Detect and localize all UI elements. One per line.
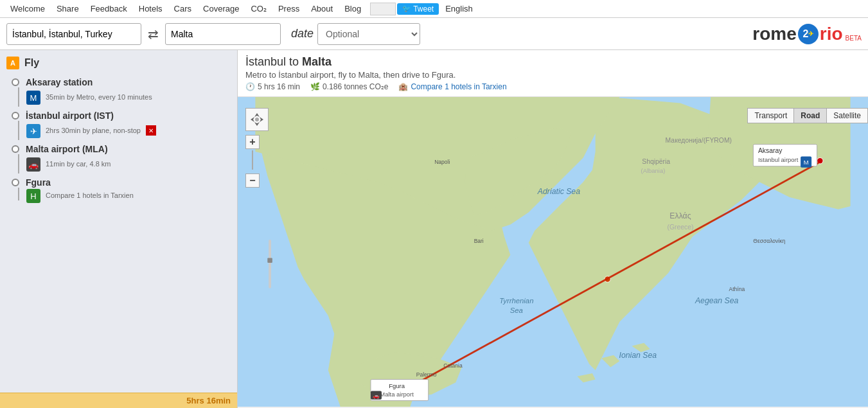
- svg-rect-37: [267, 258, 272, 263]
- origin-input[interactable]: [6, 23, 141, 45]
- route-sidebar: A Fly Aksaray station M 35min by Metro, …: [0, 50, 238, 408]
- map-background[interactable]: Aksaray Istanbul airport Fgura Malta air…: [238, 97, 868, 407]
- nav-feedback[interactable]: Feedback: [85, 1, 132, 16]
- logo-rome-text: rome: [752, 24, 796, 44]
- zoom-in-button[interactable]: +: [245, 135, 260, 149]
- svg-rect-36: [269, 240, 271, 288]
- istanbul-label: İstanbul airport (IST): [26, 111, 114, 121]
- svg-text:🚗: 🚗: [373, 393, 380, 400]
- svg-text:Aegean Sea: Aegean Sea: [695, 296, 739, 305]
- zoom-out-button[interactable]: −: [245, 173, 260, 188]
- svg-marker-1: [260, 117, 263, 122]
- map-title-dest: Malta: [302, 55, 332, 68]
- hotel-segment-text: Compare 1 hotels in Tarxien: [46, 191, 134, 199]
- map-title-origin: İstanbul: [245, 55, 286, 68]
- fly-header: A Fly: [6, 57, 231, 69]
- svg-text:(Albania): (Albania): [641, 167, 666, 174]
- map-header: İstanbul to Malta Metro to İstanbul airp…: [238, 50, 868, 97]
- road-type-button[interactable]: Road: [793, 109, 826, 123]
- svg-text:(Greece): (Greece): [668, 224, 694, 231]
- co2-stat: 🌿 0.186 tonnes CO₂e: [310, 82, 388, 91]
- car-icon: 🚗: [26, 157, 40, 172]
- nav-coverage[interactable]: Coverage: [198, 1, 244, 16]
- station-aksaray: Aksaray station: [12, 77, 93, 87]
- connector-line-1: [18, 87, 19, 107]
- search-bar: ⇄ date Optional rome 2 ✈ rio BETA: [0, 18, 868, 50]
- delete-segment-button[interactable]: ✕: [146, 125, 156, 136]
- svg-text:Istanbul airport: Istanbul airport: [758, 156, 799, 163]
- svg-point-4: [255, 118, 259, 121]
- hotel-icon: H: [26, 189, 40, 203]
- logo-rio-text: rio: [820, 24, 843, 44]
- satellite-type-button[interactable]: Satellite: [826, 109, 867, 123]
- svg-text:Shqipëria: Shqipëria: [642, 158, 670, 165]
- nav-search-box[interactable]: [370, 3, 396, 15]
- svg-text:Ελλάς: Ελλάς: [669, 211, 691, 220]
- map-stats: 🕐 5 hrs 16 min 🌿 0.186 tonnes CO₂e 🏨 Com…: [245, 82, 860, 91]
- directional-pad-icon: [249, 112, 265, 127]
- hotel-stat-icon: 🏨: [398, 82, 408, 91]
- date-select[interactable]: Optional: [317, 23, 420, 45]
- date-label: date: [291, 27, 314, 40]
- metro-segment: M 35min by Metro, every 10 minutes: [21, 87, 152, 107]
- main-content: A Fly Aksaray station M 35min by Metro, …: [0, 50, 868, 408]
- map-svg: Aksaray Istanbul airport Fgura Malta air…: [238, 97, 868, 407]
- nav-press[interactable]: Press: [273, 1, 305, 16]
- svg-text:Malta airport: Malta airport: [380, 391, 414, 398]
- connector-line-4: [18, 188, 19, 200]
- swap-button[interactable]: ⇄: [145, 26, 161, 42]
- station-fgura: Fgura: [12, 177, 51, 188]
- svg-text:Fgura: Fgura: [389, 382, 405, 389]
- hotel-segment: H Compare 1 hotels in Tarxien: [21, 188, 134, 203]
- car-segment-text: 11min by car, 4.8 km: [46, 160, 111, 168]
- svg-text:M: M: [804, 159, 809, 166]
- nav-welcome[interactable]: Welcome: [5, 1, 50, 16]
- nav-blog[interactable]: Blog: [339, 1, 366, 16]
- svg-text:Napoli: Napoli: [434, 159, 450, 165]
- map-title-to: to: [289, 55, 302, 68]
- hotel-link[interactable]: Compare 1 hotels in Tarxien: [411, 82, 506, 91]
- station-malta-airport: Malta airport (MLA): [12, 144, 108, 154]
- top-navigation: Welcome Share Feedback Hotels Cars Cover…: [0, 0, 868, 18]
- fly-icon: A: [6, 57, 19, 69]
- fgura-dot: [12, 179, 19, 186]
- nav-about[interactable]: About: [306, 1, 338, 16]
- duration-stat: 🕐 5 hrs 16 min: [245, 82, 300, 91]
- svg-text:Aksaray: Aksaray: [758, 147, 783, 154]
- clock-icon: 🕐: [245, 82, 255, 91]
- tweet-button[interactable]: Tweet: [397, 3, 439, 15]
- svg-text:Palermo: Palermo: [416, 371, 437, 378]
- connector-line-3: [18, 154, 19, 173]
- co2-value: 0.186 tonnes CO₂e: [323, 82, 388, 91]
- fgura-label: Fgura: [26, 177, 51, 188]
- aksaray-label: Aksaray station: [26, 77, 93, 87]
- svg-text:Sea: Sea: [510, 306, 523, 314]
- nav-hotels[interactable]: Hotels: [134, 1, 168, 16]
- transport-type-button[interactable]: Transport: [748, 109, 793, 123]
- nav-share[interactable]: Share: [51, 1, 84, 16]
- plane-segment: ✈ 2hrs 30min by plane, non-stop ✕: [21, 121, 156, 140]
- zoom-slider[interactable]: [252, 150, 253, 170]
- nav-cars[interactable]: Cars: [169, 1, 197, 16]
- svg-text:Θεσσαλονίκη: Θεσσαλονίκη: [753, 238, 785, 244]
- duration-value: 5 hrs 16 min: [258, 82, 300, 91]
- svg-marker-2: [254, 122, 260, 126]
- connector-line-2: [18, 121, 19, 140]
- nav-language[interactable]: English: [440, 1, 478, 16]
- svg-text:Athína: Athína: [729, 286, 745, 292]
- svg-marker-0: [254, 113, 260, 117]
- total-time-bar: 5hrs 16min: [0, 393, 237, 408]
- plane-segment-text: 2hrs 30min by plane, non-stop: [46, 127, 141, 134]
- metro-icon: M: [26, 91, 40, 105]
- map-subtitle: Metro to İstanbul airport, fly to Malta,…: [245, 70, 860, 80]
- site-logo[interactable]: rome 2 ✈ rio BETA: [752, 24, 862, 44]
- map-navigate-control[interactable]: [245, 108, 269, 131]
- route-visual: Aksaray station M 35min by Metro, every …: [6, 77, 231, 207]
- svg-text:Adriatic Sea: Adriatic Sea: [537, 187, 580, 196]
- nav-co2[interactable]: CO₂: [245, 1, 272, 16]
- hotel-stat: 🏨 Compare 1 hotels in Tarxien: [398, 82, 506, 91]
- istanbul-dot: [12, 112, 19, 120]
- svg-text:Македонија/(FYROM): Македонија/(FYROM): [666, 137, 732, 144]
- svg-text:Catania: Catania: [443, 362, 463, 369]
- destination-input[interactable]: [165, 23, 281, 45]
